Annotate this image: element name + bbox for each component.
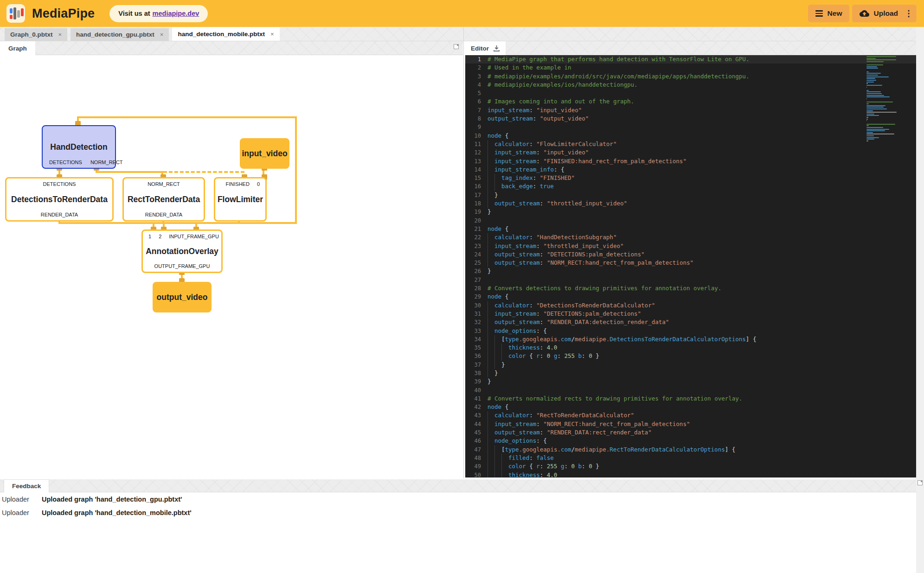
- graph-node-output_video[interactable]: output_video: [153, 282, 212, 312]
- line-number: 33: [465, 327, 488, 335]
- minimap-line: [866, 112, 897, 113]
- line-number: 15: [465, 174, 488, 182]
- code-line: 44input_stream: "NORM_RECT:hand_rect_fro…: [465, 420, 916, 428]
- minimap-line: [866, 75, 878, 76]
- line-number: 25: [465, 259, 488, 267]
- minimap-line: [866, 82, 874, 83]
- line-number: 21: [465, 225, 488, 233]
- minimap-line: [866, 58, 876, 59]
- line-number: 34: [465, 335, 488, 344]
- expand-graph-panel-icon[interactable]: [454, 44, 459, 49]
- graph-node-input_video[interactable]: input_video: [240, 138, 289, 169]
- graph-edge: [58, 222, 297, 224]
- tab-graph[interactable]: Graph: [0, 41, 35, 55]
- line-number: 40: [465, 386, 488, 395]
- graph-edge: [163, 171, 244, 173]
- line-number: 41: [465, 395, 488, 403]
- graph-node-detections_to_render_data[interactable]: DETECTIONSDetectionsToRenderDataRENDER_D…: [5, 177, 114, 222]
- output-port-labels: [217, 211, 263, 218]
- feedback-message: Uploaded graph 'hand_detection_gpu.pbtxt…: [42, 496, 182, 503]
- code-line: 22calculator: "HandDetectionSubgraph": [465, 233, 916, 242]
- code-line: 30calculator: "DetectionsToRenderDataCal…: [465, 301, 916, 310]
- code-line: 23input_stream: "throttled_input_video": [465, 242, 916, 250]
- new-button-label: New: [828, 9, 842, 18]
- minimap-line: [866, 105, 886, 106]
- minimap-line: [866, 114, 874, 115]
- code-line: 19}: [465, 208, 916, 216]
- line-number: 17: [465, 191, 488, 199]
- code-line: 13input_stream: "FINISHED:hand_rect_from…: [465, 157, 916, 166]
- line-number: 11: [465, 140, 488, 148]
- file-tab-label: Graph_0.pbtxt: [10, 31, 53, 38]
- code-line: 26}: [465, 267, 916, 275]
- feedback-message: Uploaded graph 'hand_detection_mobile.pb…: [42, 509, 192, 516]
- upload-button[interactable]: Upload: [873, 9, 898, 18]
- tab-editor[interactable]: Editor: [465, 41, 506, 55]
- graph-canvas[interactable]: HandDetectionDETECTIONSNORM_RECTinput_vi…: [0, 55, 463, 478]
- code-line: 37}: [465, 361, 916, 369]
- file-tab[interactable]: hand_detection_gpu.pbtxt×: [71, 28, 169, 41]
- code-line: 1# MediaPipe graph that performs hand de…: [465, 55, 916, 64]
- code-line: 32output_stream: "RENDER_DATA:detection_…: [465, 318, 916, 326]
- mediapipe-visualizer: MediaPipe Visit us at mediapipe.dev New …: [0, 0, 924, 573]
- graph-node-annotation_overlay[interactable]: 12INPUT_FRAME_GPUAnnotationOverlayOUTPUT…: [141, 229, 223, 273]
- code-line: 16back_edge: true: [465, 182, 916, 191]
- minimap-line: [866, 140, 868, 141]
- feedback-panel-strip: [0, 478, 916, 492]
- line-number: 22: [465, 233, 488, 242]
- tab-feedback[interactable]: Feedback: [4, 479, 49, 492]
- input-port-labels: FINISHED0: [217, 181, 263, 187]
- port-label: NORM_RECT: [90, 159, 123, 165]
- new-button[interactable]: New: [808, 5, 850, 22]
- minimap-line: [866, 110, 873, 111]
- node-title: DetectionsToRenderData: [8, 195, 110, 204]
- code-line: 7input_stream: "input_video": [465, 106, 916, 115]
- node-title: output_video: [157, 293, 208, 302]
- close-tab-icon[interactable]: ×: [58, 31, 62, 38]
- graph-node-rect_to_render_data[interactable]: NORM_RECTRectToRenderDataRENDER_DATA: [122, 177, 205, 222]
- line-number: 35: [465, 344, 488, 352]
- minimap-line: [866, 87, 867, 88]
- graph-node-hand_detection[interactable]: HandDetectionDETECTIONSNORM_RECT: [42, 125, 116, 169]
- minimap-line: [866, 66, 877, 67]
- expand-feedback-panel-icon[interactable]: [918, 480, 923, 485]
- minimap-line: [866, 71, 869, 72]
- code-line: 39}: [465, 377, 916, 386]
- port-label: DETECTIONS: [49, 159, 82, 165]
- minimap-line: [866, 103, 869, 104]
- download-icon[interactable]: [493, 45, 500, 52]
- kebab-menu-icon[interactable]: ⋮: [905, 9, 913, 18]
- code-line: 24output_stream: "DETECTIONS:palm_detect…: [465, 250, 916, 259]
- line-number: 20: [465, 216, 488, 225]
- visit-us-button[interactable]: Visit us at mediapipe.dev: [109, 5, 208, 22]
- port-label: RENDER_DATA: [41, 212, 78, 217]
- minimap-line: [866, 96, 890, 97]
- app-header: MediaPipe Visit us at mediapipe.dev New …: [0, 0, 924, 27]
- minimap-line: [866, 73, 881, 74]
- editor-minimap[interactable]: [866, 56, 902, 142]
- minimap-line: [866, 85, 882, 86]
- file-tab[interactable]: hand_detection_mobile.pbtxt×: [172, 27, 279, 41]
- graph-node-flow_limiter[interactable]: FINISHED0FlowLimiter: [214, 177, 267, 222]
- line-number: 6: [465, 97, 488, 106]
- minimap-line: [866, 132, 873, 133]
- code-line: 9: [465, 123, 916, 131]
- close-tab-icon[interactable]: ×: [160, 31, 164, 38]
- minimap-line: [866, 56, 896, 57]
- code-editor[interactable]: 1# MediaPipe graph that performs hand de…: [465, 55, 916, 478]
- graph-tab-label: Graph: [8, 45, 27, 52]
- mediapipe-dev-link[interactable]: mediapipe.dev: [153, 10, 199, 17]
- file-tab-label: hand_detection_gpu.pbtxt: [76, 31, 154, 38]
- node-title: AnnotationOverlay: [145, 247, 219, 256]
- minimap-line: [866, 78, 875, 79]
- line-number: 43: [465, 411, 488, 420]
- panel-divider[interactable]: [463, 27, 464, 478]
- file-tab[interactable]: Graph_0.pbtxt×: [5, 28, 67, 41]
- line-number: 50: [465, 471, 488, 478]
- port-label: DETECTIONS: [43, 181, 76, 187]
- close-tab-icon[interactable]: ×: [270, 31, 274, 38]
- minimap-line: [866, 107, 884, 108]
- code-line: 46node_options: {: [465, 437, 916, 445]
- minimap-line: [866, 115, 879, 116]
- code-line: 14input_stream_info: {: [465, 166, 916, 174]
